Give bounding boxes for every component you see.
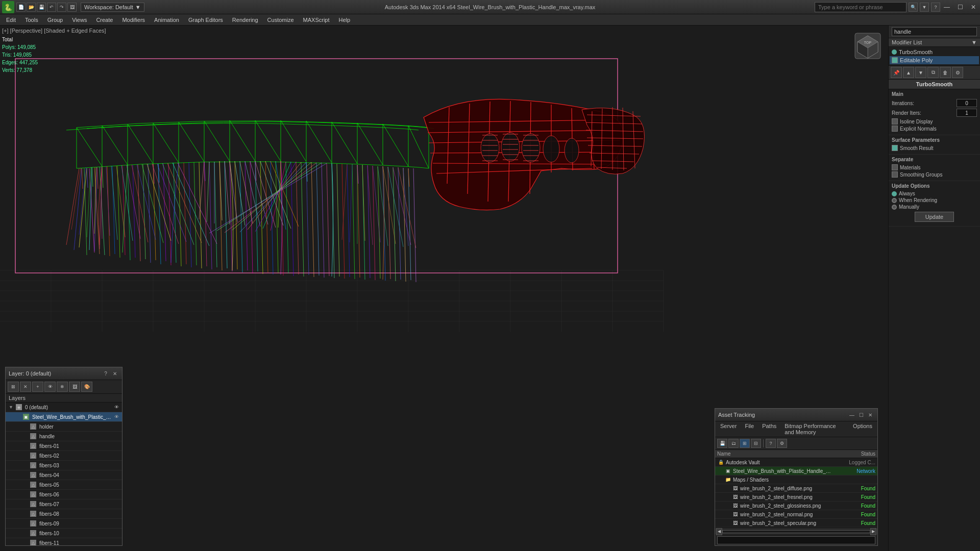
layer-visibility-icon[interactable]: 👁 (114, 414, 119, 419)
layer-item[interactable]: △ fibers-04 (6, 470, 122, 480)
ts-always-radio[interactable] (892, 191, 897, 196)
asset-tb-table[interactable]: ⊞ (740, 439, 750, 448)
modifier-delete-btn[interactable]: 🗑 (940, 67, 951, 78)
modifier-settings-btn[interactable]: ⚙ (952, 67, 963, 78)
asset-row[interactable]: 🖼 wire_brush_2_steel_specular.png Found (715, 519, 877, 528)
menu-item-views[interactable]: Views (68, 16, 91, 24)
maximize-button[interactable]: ☐ (953, 0, 967, 14)
scroll-left-arrow[interactable]: ◀ (716, 528, 722, 535)
ts-update-button[interactable]: Update (915, 212, 954, 222)
layer-item[interactable]: △ fibers-10 (6, 529, 122, 538)
layer-item[interactable]: △ fibers-03 (6, 461, 122, 470)
asset-tb-folder[interactable]: 🗂 (728, 439, 739, 448)
layer-render-btn[interactable]: 🖼 (69, 382, 80, 392)
menu-item-graph-editors[interactable]: Graph Editors (184, 16, 227, 24)
modifier-name-input[interactable] (892, 27, 977, 36)
menu-item-customize[interactable]: Customize (263, 16, 298, 24)
layer-color-btn[interactable]: 🎨 (81, 382, 92, 392)
menu-item-rendering[interactable]: Rendering (228, 16, 262, 24)
layer-item[interactable]: △ fibers-07 (6, 499, 122, 509)
menu-item-tools[interactable]: Tools (21, 16, 42, 24)
layer-hide-btn[interactable]: 👁 (44, 382, 56, 392)
asset-row[interactable]: 🖼 wire_brush_2_steel_normal.png Found (715, 510, 877, 519)
menu-item-modifiers[interactable]: Modifiers (118, 16, 149, 24)
layer-select-all-btn[interactable]: ⊠ (8, 382, 19, 392)
redo-button[interactable]: ↷ (57, 3, 66, 12)
menu-item-help[interactable]: Help (335, 16, 355, 24)
scroll-right-arrow[interactable]: ▶ (870, 528, 876, 535)
layer-item[interactable]: △ fibers-06 (6, 490, 122, 499)
modifier-entry-editablepoly[interactable]: Editable Poly (890, 56, 979, 64)
menu-item-group[interactable]: Group (43, 16, 67, 24)
asset-menu-bitmap[interactable]: Bitmap Performance and Memory (780, 421, 849, 437)
layer-item[interactable]: △ handle (6, 432, 122, 441)
layer-item[interactable]: △ fibers-08 (6, 509, 122, 519)
modifier-copy-btn[interactable]: ⧉ (927, 67, 939, 78)
menu-item-edit[interactable]: Edit (2, 16, 20, 24)
asset-dialog-maximize[interactable]: ☐ (857, 411, 865, 419)
save-button[interactable]: 💾 (37, 3, 46, 12)
search-input[interactable] (815, 2, 906, 12)
asset-table-body[interactable]: 🔒 Autodesk Vault Logged C... ▣ Steel_Wir… (715, 458, 877, 528)
ts-explicit-normals-checkbox[interactable] (892, 126, 898, 132)
layer-list[interactable]: ▼ ◈ 0 (default) 👁 ▣ Steel_Wire_Brush_wit… (6, 403, 122, 545)
modifier-entry-turbosmooth[interactable]: TurboSmooth (890, 48, 979, 56)
asset-tb-list[interactable]: ⊟ (751, 439, 761, 448)
modifier-down-btn[interactable]: ▼ (915, 67, 926, 78)
asset-row[interactable]: 🖼 wire_brush_2_steel_fresnel.png Found (715, 493, 877, 502)
menu-item-create[interactable]: Create (92, 16, 117, 24)
ts-smooth-result-checkbox[interactable] (892, 145, 898, 151)
asset-status-input[interactable] (717, 536, 875, 544)
ts-when-rendering-radio[interactable] (892, 198, 897, 203)
search-btn[interactable]: 🔍 (909, 3, 918, 12)
ts-iterations-input[interactable] (957, 99, 977, 107)
layer-dialog-close[interactable]: ✕ (111, 369, 119, 378)
ts-materials-checkbox[interactable] (892, 164, 898, 170)
asset-row[interactable]: 🖼 wire_brush_2_steel_glossiness.png Foun… (715, 502, 877, 510)
layer-new-btn[interactable]: + (32, 382, 43, 392)
ts-manually-radio[interactable] (892, 205, 897, 210)
close-button[interactable]: ✕ (967, 0, 980, 14)
asset-horizontal-scrollbar[interactable]: ◀ ▶ (715, 528, 877, 535)
asset-menu-server[interactable]: Server (716, 421, 741, 437)
asset-tb-settings[interactable]: ⚙ (777, 439, 787, 448)
layer-item[interactable]: △ fibers-09 (6, 519, 122, 529)
asset-dialog-close[interactable]: ✕ (866, 411, 874, 419)
asset-tb-help[interactable]: ? (766, 439, 776, 448)
layer-item[interactable]: △ fibers-01 (6, 441, 122, 451)
render-button[interactable]: 🖼 (67, 3, 77, 12)
menu-item-maxscript[interactable]: MAXScript (299, 16, 334, 24)
asset-menu-options[interactable]: Options (849, 421, 876, 437)
asset-row[interactable]: 🖼 wire_brush_2_steel_diffuse.png Found (715, 484, 877, 493)
workspace-dropdown[interactable]: Workspace: Default ▼ (81, 3, 144, 12)
layer-item[interactable]: △ fibers-02 (6, 451, 122, 461)
open-button[interactable]: 📂 (27, 3, 36, 12)
layer-item[interactable]: △ fibers-11 (6, 538, 122, 545)
asset-row[interactable]: 🔒 Autodesk Vault Logged C... (715, 458, 877, 467)
ts-isoline-checkbox[interactable] (892, 118, 898, 124)
layer-delete-btn[interactable]: ✕ (20, 382, 31, 392)
asset-row[interactable]: ▣ Steel_Wire_Brush_with_Plastic_Handle_m… (715, 467, 877, 475)
layer-visibility-icon[interactable]: 👁 (114, 405, 119, 410)
nav-cube[interactable]: TOP (852, 31, 883, 61)
layer-dialog-help[interactable]: ? (102, 369, 110, 378)
pin-modifier-btn[interactable]: 📌 (891, 67, 902, 78)
new-button[interactable]: 📄 (16, 3, 26, 12)
asset-tb-save[interactable]: 💾 (717, 439, 727, 448)
ts-renderIters-input[interactable] (957, 109, 977, 117)
asset-dialog-minimize[interactable]: — (848, 411, 856, 419)
undo-button[interactable]: ↶ (47, 3, 56, 12)
menu-item-animation[interactable]: Animation (150, 16, 183, 24)
layer-freeze-btn[interactable]: ❄ (57, 382, 68, 392)
ts-smoothing-groups-checkbox[interactable] (892, 171, 898, 178)
layer-item[interactable]: △ fibers-05 (6, 480, 122, 490)
asset-row[interactable]: 📁 Maps / Shaders (715, 475, 877, 484)
help-contents-btn[interactable]: ? (931, 3, 940, 12)
layer-item[interactable]: △ holder (6, 422, 122, 432)
search-options-btn[interactable]: ▼ (920, 3, 929, 12)
modifier-up-btn[interactable]: ▲ (903, 67, 914, 78)
layer-item[interactable]: ▣ Steel_Wire_Brush_with_Plastic_Handle 👁 (6, 412, 122, 422)
modifier-checkbox-editablepoly[interactable] (892, 57, 898, 63)
scroll-track[interactable] (722, 530, 870, 533)
layer-item[interactable]: ▼ ◈ 0 (default) 👁 (6, 403, 122, 412)
